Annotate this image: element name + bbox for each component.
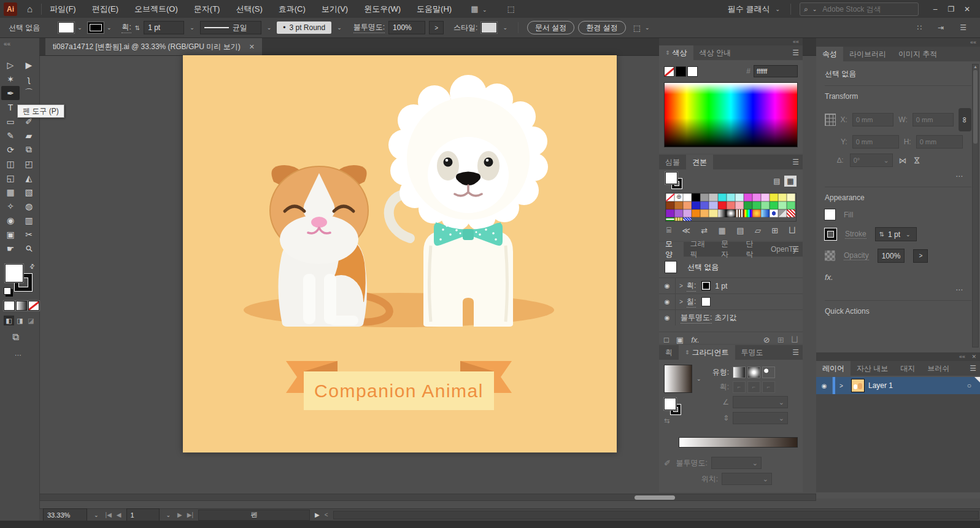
stroke-swatch[interactable]: [825, 228, 836, 240]
new-stroke-icon[interactable]: □: [664, 335, 669, 344]
visibility-eye-icon[interactable]: ◉: [659, 278, 676, 293]
arrange-documents-icon[interactable]: ▦ ⌄: [471, 4, 488, 14]
mesh-tool[interactable]: ▦: [1, 185, 20, 199]
swatch[interactable]: [735, 201, 744, 209]
direct-selection-tool[interactable]: ▶: [20, 58, 38, 72]
swatch[interactable]: [727, 209, 735, 217]
home-icon[interactable]: ⌂: [27, 4, 33, 14]
blend-tool[interactable]: ◍: [20, 199, 38, 213]
chevron-down-icon[interactable]: ⌄: [188, 25, 196, 31]
snap-grid-icon[interactable]: ∷: [917, 23, 922, 32]
symbol-sprayer-tool[interactable]: ◉: [1, 213, 20, 227]
freeform-gradient-button[interactable]: [762, 367, 775, 378]
list-view-icon[interactable]: ▤: [771, 176, 783, 187]
draw-normal-mode[interactable]: ◧: [4, 316, 14, 325]
style-swatch[interactable]: [481, 22, 497, 33]
opacity-expand-button[interactable]: >: [429, 21, 444, 34]
tab-graphic-styles[interactable]: 그래픽: [684, 242, 715, 257]
radial-gradient-button[interactable]: [747, 367, 760, 378]
swatch[interactable]: [674, 209, 683, 217]
swatch[interactable]: [674, 193, 683, 201]
chevron-down-icon[interactable]: ⌄: [164, 512, 173, 518]
swatch[interactable]: [752, 193, 761, 201]
menu-item-7[interactable]: 윈도우(W): [356, 4, 409, 15]
tab-symbols[interactable]: 심볼: [659, 155, 686, 169]
perspective-grid-tool[interactable]: ◭: [20, 171, 38, 185]
pen-tool[interactable]: ✒: [1, 86, 20, 100]
close-tab-icon[interactable]: ✕: [249, 43, 255, 51]
swatch[interactable]: [727, 201, 735, 209]
tab-color-guide[interactable]: 색상 안내: [693, 45, 737, 60]
tab-character[interactable]: 문자: [715, 242, 739, 257]
scroll-left-icon[interactable]: <: [325, 511, 328, 518]
swatch[interactable]: [700, 201, 709, 209]
brush-definition[interactable]: • 3 pt Round: [277, 21, 331, 34]
swatch[interactable]: [683, 193, 692, 201]
reverse-gradient-icon[interactable]: ⇆: [664, 417, 669, 424]
expand-icon[interactable]: >: [676, 282, 687, 289]
swatch[interactable]: [761, 209, 770, 217]
chevron-down-icon[interactable]: ⌄: [75, 25, 84, 31]
stroke-stepper-icon[interactable]: ⇅: [135, 25, 140, 31]
chevron-down-icon[interactable]: ⌄: [904, 231, 912, 238]
scrollbar-thumb[interactable]: [635, 495, 675, 500]
tab-transparency[interactable]: 투명도: [735, 345, 770, 360]
zoom-level[interactable]: 33.33%: [43, 508, 87, 522]
fill-indicator[interactable]: [5, 264, 23, 282]
edit-toolbar-icon[interactable]: ⋯: [15, 351, 23, 359]
tab-libraries[interactable]: 라이브러리: [843, 47, 892, 61]
panel-menu-icon[interactable]: ☰: [792, 49, 799, 57]
swatch[interactable]: [778, 193, 787, 201]
document-share-icon[interactable]: ⬚: [507, 4, 515, 14]
swatch[interactable]: [735, 193, 744, 201]
swatch[interactable]: [778, 209, 787, 217]
swatch[interactable]: [709, 201, 717, 209]
swatch[interactable]: [709, 209, 717, 217]
expand-icon[interactable]: >: [676, 298, 687, 305]
layer-thumbnail[interactable]: [851, 379, 865, 392]
swatch[interactable]: [683, 209, 692, 217]
tab-layers[interactable]: 레이어: [816, 361, 851, 376]
opacity-label[interactable]: Opacity: [844, 251, 869, 260]
stepper-icon[interactable]: ⇅: [879, 231, 884, 238]
shape-builder-tool[interactable]: ◱: [1, 171, 20, 185]
prev-artboard-icon[interactable]: ◀: [117, 511, 122, 518]
mini-fill-stroke-indicator[interactable]: [665, 172, 686, 190]
swatch[interactable]: [752, 201, 761, 209]
search-input[interactable]: [821, 4, 903, 14]
tab-artboards[interactable]: 대지: [894, 361, 921, 376]
document-setup-button[interactable]: 문서 설정: [527, 21, 574, 34]
tab-appearance[interactable]: 모양: [659, 242, 684, 257]
flip-horizontal-icon[interactable]: ⋈: [899, 156, 907, 165]
status-scroll-track[interactable]: [333, 511, 979, 519]
flip-vertical-icon[interactable]: ⋈: [912, 157, 922, 165]
artboard[interactable]: Companion Animal: [183, 55, 617, 452]
menu-item-4[interactable]: 선택(S): [228, 4, 270, 15]
stroke-swatch[interactable]: [702, 282, 710, 290]
close-button[interactable]: ✕: [959, 5, 975, 14]
swatch[interactable]: [666, 209, 674, 217]
scroll-thumb[interactable]: [973, 70, 978, 144]
column-graph-tool[interactable]: ▥: [20, 213, 38, 227]
visibility-eye-icon[interactable]: ◉: [659, 294, 676, 309]
swatch[interactable]: [787, 193, 795, 201]
swatch[interactable]: [778, 201, 787, 209]
expand-layer-icon[interactable]: >: [835, 382, 847, 389]
none-swatch[interactable]: [664, 66, 674, 77]
swatch[interactable]: [735, 209, 744, 217]
swatch[interactable]: [787, 209, 795, 217]
white-swatch[interactable]: [687, 66, 698, 77]
artboard-tool[interactable]: ▣: [1, 227, 20, 241]
chevron-down-icon[interactable]: ⌄: [643, 25, 652, 31]
color-spectrum[interactable]: [664, 82, 798, 147]
last-artboard-icon[interactable]: ▶|: [187, 511, 193, 518]
minimize-button[interactable]: –: [927, 5, 943, 14]
tab-asset-export[interactable]: 자산 내보: [851, 361, 894, 376]
none-button[interactable]: [28, 301, 39, 311]
collapse-panels-icon[interactable]: ««: [659, 38, 803, 45]
library-menu-icon[interactable]: ≪: [682, 226, 690, 235]
swatch[interactable]: [761, 193, 770, 201]
menu-item-5[interactable]: 효과(C): [271, 4, 314, 15]
new-fill-icon[interactable]: ▣: [676, 335, 684, 344]
swatch[interactable]: [666, 217, 674, 221]
